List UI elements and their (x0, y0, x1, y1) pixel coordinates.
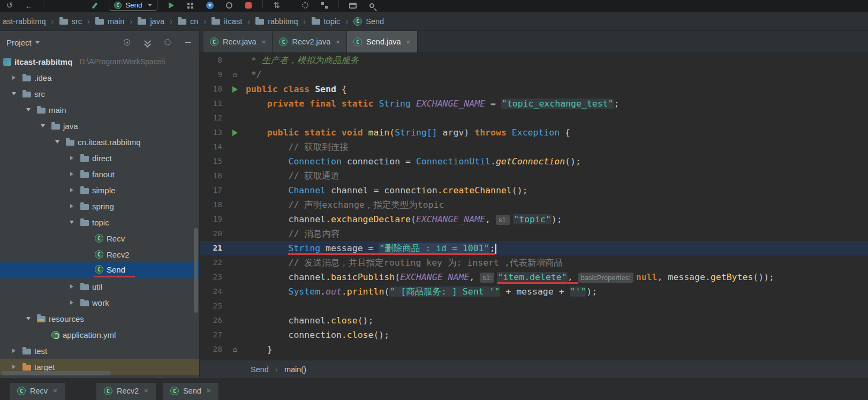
brush-icon[interactable] (89, 0, 100, 11)
code-text[interactable]: channel.exchangeDeclare(EXCHANGE_NAME, s… (243, 212, 562, 227)
settings-icon[interactable] (300, 0, 311, 11)
code-line[interactable]: 22 // 发送消息，并且指定routing key 为: insert ,代表… (200, 255, 868, 270)
close-icon[interactable]: × (53, 387, 57, 395)
code-text[interactable]: */ (243, 67, 262, 82)
close-icon[interactable]: × (207, 387, 211, 395)
code-text[interactable]: Connection connection = ConnectionUtil.g… (243, 154, 581, 169)
code-text[interactable]: * 生产者，模拟为商品服务 (243, 53, 359, 67)
debug-icon[interactable] (205, 0, 215, 11)
code-text[interactable]: // 声明exchange，指定类型为topic (243, 198, 444, 212)
code-line[interactable]: 26 channel.close(); (200, 313, 868, 328)
code-line[interactable]: 21 String message = "删除商品 : id = 1001"; (200, 241, 868, 255)
code-text[interactable]: private final static String EXCHANGE_NAM… (243, 96, 619, 111)
expand-arrow[interactable] (66, 204, 77, 208)
locate-file-icon[interactable] (122, 37, 132, 47)
editor-tab[interactable]: CRecv2.java× (273, 31, 347, 52)
expand-arrow[interactable] (66, 221, 77, 224)
code-line[interactable]: 25 (200, 299, 868, 313)
breadcrumb-item[interactable]: ast-rabbitmq (1, 17, 48, 26)
gear-icon[interactable] (163, 37, 172, 47)
expand-arrow[interactable] (9, 349, 19, 353)
background-editor-tab[interactable]: CRecv2× (96, 383, 156, 400)
code-text[interactable]: Channel channel = connection.createChann… (243, 183, 528, 198)
expand-arrow[interactable] (37, 124, 48, 127)
tree-item[interactable]: direct (0, 150, 199, 166)
tree-item[interactable]: work (0, 295, 199, 311)
code-line[interactable]: 11 private final static String EXCHANGE_… (200, 96, 868, 111)
code-text[interactable]: // 获取通道 (243, 169, 339, 183)
code-line[interactable]: 8 * 生产者，模拟为商品服务 (200, 53, 868, 67)
coverage-icon[interactable] (224, 0, 235, 11)
background-editor-tab[interactable]: CRecv× (10, 383, 65, 400)
footer-breadcrumb-item[interactable]: main() (284, 365, 306, 374)
code-area[interactable]: 8 * 生产者，模拟为商品服务9⌂ */10public class Send … (200, 53, 868, 360)
code-text[interactable]: // 消息内容 (243, 227, 339, 241)
expand-arrow[interactable] (66, 300, 77, 305)
tree-item[interactable]: util (0, 278, 199, 295)
code-line[interactable]: 15 Connection connection = ConnectionUti… (200, 154, 868, 169)
breadcrumb-item[interactable]: src (58, 17, 84, 26)
run-line-icon[interactable] (228, 82, 243, 96)
close-icon[interactable]: × (406, 38, 411, 46)
breadcrumb-item[interactable]: topic (310, 17, 342, 26)
breadcrumb-item[interactable]: rabbitmq (254, 17, 299, 26)
expand-arrow[interactable] (66, 172, 77, 176)
tree-item[interactable]: java (0, 118, 199, 134)
background-editor-tab[interactable]: CSend× (163, 383, 219, 400)
chevron-down-icon[interactable] (35, 41, 40, 44)
close-icon[interactable]: × (144, 387, 148, 395)
code-line[interactable]: 10public class Send { (200, 82, 868, 96)
code-line[interactable]: 13 public static void main(String[] argv… (200, 125, 868, 140)
tree-item[interactable]: test (0, 343, 199, 359)
tree-item[interactable]: topic (0, 214, 199, 230)
code-text[interactable]: // 获取到连接 (243, 140, 349, 154)
collapse-all-icon[interactable] (142, 37, 152, 47)
code-text[interactable]: channel.close(); (243, 313, 373, 328)
expand-arrow[interactable] (66, 284, 77, 289)
tree-item[interactable]: application.yml (0, 327, 199, 343)
expand-arrow[interactable] (66, 156, 77, 160)
tree-item[interactable]: itcast-rabbitmqD:\AProgramWorkSpace\i (0, 54, 199, 70)
tree-item[interactable]: simple (0, 182, 199, 198)
updown-icon[interactable]: ⇅ (271, 0, 282, 11)
breadcrumb-item[interactable]: itcast (210, 17, 244, 26)
breadcrumb-item[interactable]: CSend (352, 17, 386, 26)
tree-item[interactable]: CSend (0, 262, 199, 278)
tree-item[interactable]: cn.itcast.rabbitmq (0, 134, 199, 150)
run-config-selector[interactable]: C Send (109, 0, 157, 11)
code-text[interactable]: System.out.println(" [商品服务: ] Sent '" + … (243, 284, 597, 299)
expand-arrow[interactable] (9, 365, 19, 369)
code-line[interactable]: 19 channel.exchangeDeclare(EXCHANGE_NAME… (200, 212, 868, 227)
expand-arrow[interactable] (23, 317, 34, 320)
tree-item[interactable]: src (0, 86, 199, 102)
hide-panel-icon[interactable] (183, 37, 193, 47)
footer-breadcrumb-item[interactable]: Send (251, 365, 269, 374)
tree-item[interactable]: fanout (0, 166, 199, 182)
code-text[interactable]: public static void main(String[] argv) t… (243, 125, 570, 140)
code-text[interactable]: String message = "删除商品 : id = 1001"; (243, 241, 496, 255)
expand-arrow[interactable] (66, 188, 77, 192)
breadcrumb-item[interactable]: cn (176, 17, 200, 26)
tree-item[interactable]: .idea (0, 70, 199, 86)
breadcrumb-item[interactable]: java (136, 17, 166, 26)
history-icon[interactable]: ↺ (4, 0, 15, 11)
code-text[interactable] (243, 111, 246, 125)
code-line[interactable]: 16 // 获取通道 (200, 169, 868, 183)
editor-tab[interactable]: CRecv.java× (203, 31, 273, 52)
code-text[interactable] (243, 299, 246, 313)
code-text[interactable]: } (243, 342, 273, 357)
expand-arrow[interactable] (9, 92, 19, 95)
close-icon[interactable]: × (336, 38, 340, 46)
close-icon[interactable]: × (262, 38, 266, 46)
code-line[interactable]: 9⌂ */ (200, 67, 868, 82)
code-line[interactable]: 20 // 消息内容 (200, 227, 868, 241)
vertical-scrollbar[interactable] (194, 228, 198, 313)
code-line[interactable]: 12 (200, 111, 868, 125)
code-line[interactable]: 14 // 获取到连接 (200, 140, 868, 154)
editor-tab[interactable]: CSend.java× (347, 31, 417, 52)
code-line[interactable]: 24 System.out.println(" [商品服务: ] Sent '"… (200, 284, 868, 299)
services-icon[interactable] (185, 0, 196, 11)
code-line[interactable]: 27 connection.close(); (200, 328, 868, 342)
project-panel-title[interactable]: Project (6, 38, 32, 47)
expand-arrow[interactable] (23, 108, 34, 111)
